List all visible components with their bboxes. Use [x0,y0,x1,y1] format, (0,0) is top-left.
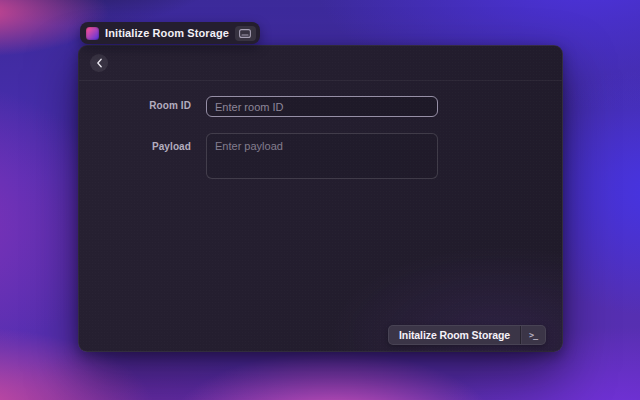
room-id-input[interactable] [206,96,438,117]
app-window: Room ID Payload Initalize Room Storage >… [78,45,563,352]
back-button[interactable] [90,54,108,72]
chevron-left-icon [96,58,103,68]
payload-textarea[interactable] [206,133,438,179]
tab-title: Initialize Room Storage [105,22,229,44]
keyboard-key-icon [239,29,251,38]
submit-button[interactable]: Initalize Room Storage >_ [388,325,546,345]
submit-button-label: Initalize Room Storage [389,326,520,344]
desktop-wallpaper: Initialize Room Storage Room ID Payload … [0,0,640,400]
terminal-prompt-icon: >_ [529,330,537,340]
window-noise-texture [79,46,562,351]
submit-terminal-segment: >_ [520,326,545,344]
app-icon [86,27,99,40]
room-id-label: Room ID [119,99,191,113]
payload-label: Payload [119,140,191,154]
shortcut-key-button[interactable] [235,26,256,41]
window-header [79,46,562,81]
window-tab[interactable]: Initialize Room Storage [80,22,260,44]
